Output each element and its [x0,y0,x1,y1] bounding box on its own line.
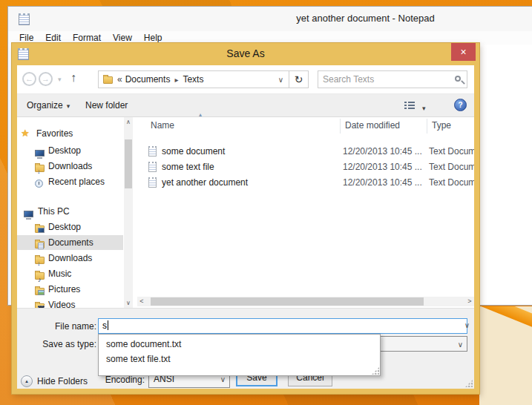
menu-format[interactable]: Format [67,33,107,43]
search-icon[interactable] [455,76,461,82]
dropdown-resize-grip[interactable] [372,367,379,375]
file-type-cell: Text Document [429,159,474,174]
scroll-up-icon[interactable]: ∧ [124,117,133,127]
dialog-resize-grip[interactable] [465,380,473,387]
help-icon: ? [458,101,462,109]
sidebar-group-label: Favorites [36,126,73,141]
sidebar-group-this-pc[interactable]: This PC [17,204,27,219]
menu-edit[interactable]: Edit [39,33,67,43]
sidebar-item-recent-places[interactable]: Recent places [17,174,25,189]
scroll-left-icon[interactable]: < [137,297,146,306]
chevron-down-icon: ▾ [63,102,70,110]
list-header: ▴ Name Date modified Type [137,117,474,135]
help-button[interactable]: ? [454,99,467,111]
breadcrumb-texts[interactable]: Texts [183,74,203,85]
file-row-some-text-file[interactable]: some text file 12/20/2013 10:45 ... Text… [137,159,474,174]
file-name-input[interactable]: s [98,318,467,334]
downloads-folder-icon [35,165,45,172]
file-name-value: s [102,320,107,331]
forward-icon: → [42,74,50,83]
list-horizontal-scrollbar[interactable]: < > [137,297,474,306]
file-name-label: File name: [21,321,96,332]
sidebar-item-downloads[interactable]: Downloads [17,251,27,266]
file-name-cell: yet another document [162,175,248,190]
refresh-button[interactable]: ↻ [289,70,309,88]
column-separator[interactable] [427,119,427,134]
notepad-titlebar: yet another document - Notepad [8,7,532,31]
folder-icon [103,76,113,84]
scroll-down-icon[interactable]: ∨ [124,298,133,308]
sidebar-item-videos[interactable]: Videos [17,297,27,308]
column-separator[interactable] [340,119,341,134]
column-header-name[interactable]: Name [151,120,174,131]
autocomplete-item-some-document[interactable]: some document.txt [99,337,380,352]
file-name-dropdown-icon[interactable]: ∨ [464,321,470,329]
navigation-bar: ← → ▾ ↑ « Documents ▸ Texts ∨ ↻ [17,65,474,93]
menu-view[interactable]: View [107,33,138,43]
history-dropdown-button[interactable]: ▾ [58,76,62,83]
file-type-cell: Text Document [429,144,474,159]
view-dropdown-button[interactable]: ▾ [418,102,426,113]
save-as-dialog: Save As × ← → ▾ ↑ « Documents ▸ Texts ∨ … [12,43,479,394]
chevron-down-icon: ▾ [418,105,426,112]
sidebar-item-label: Music [48,266,71,281]
desktop-wallpaper-corner [479,306,532,405]
file-name-cell: some document [162,144,225,159]
up-button[interactable]: ↑ [70,71,76,85]
change-view-icon[interactable] [404,101,415,109]
desktop-folder-icon [35,225,45,233]
sidebar-item-label: Desktop [48,220,81,234]
sidebar-item-desktop-fav[interactable]: Desktop [17,143,27,158]
sidebar-item-pictures[interactable]: Pictures [17,282,27,297]
column-header-type[interactable]: Type [432,120,451,131]
desktop-monitor-icon [35,150,45,157]
address-dropdown-icon[interactable]: ∨ [278,76,283,84]
documents-folder-icon [35,241,45,248]
sidebar-item-label: Documents [48,235,93,250]
navigation-sidebar: ★ Favorites Desktop Downloads Recent pla… [17,117,124,308]
file-row-yet-another-document[interactable]: yet another document 12/20/2013 10:45 ..… [137,175,474,190]
forward-button[interactable]: → [39,72,53,86]
sidebar-scrollbar[interactable]: ∧ ∨ [124,117,133,308]
text-file-icon [148,146,157,157]
file-date-cell: 12/20/2013 10:45 ... [343,144,422,159]
wallpaper-stripe [479,306,532,338]
recent-places-icon [35,180,43,188]
up-arrow-icon: ↑ [70,71,76,84]
pictures-folder-icon [35,288,45,295]
search-input[interactable] [323,73,449,86]
sidebar-item-downloads-fav[interactable]: Downloads [17,159,27,174]
scroll-right-icon[interactable]: > [465,297,474,306]
file-row-some-document[interactable]: some document 12/20/2013 10:45 ... Text … [137,144,474,159]
address-bar[interactable]: « Documents ▸ Texts ∨ [98,70,289,88]
sidebar-item-music[interactable]: Music [17,266,27,281]
breadcrumb-overflow-icon[interactable]: « [113,74,125,85]
breadcrumb-documents[interactable]: Documents [125,74,171,85]
close-icon: × [460,46,466,58]
sidebar-item-documents[interactable]: Documents [17,235,123,250]
organize-button[interactable]: Organize▾ [27,100,70,111]
file-name-cell: some text file [162,159,214,174]
command-toolbar: Organize▾ New folder ▾ ? [17,93,474,117]
menu-file[interactable]: File [13,33,39,43]
file-date-cell: 12/20/2013 10:45 ... [343,175,422,190]
back-button[interactable]: ← [22,72,36,86]
dialog-titlebar[interactable]: Save As × [12,43,479,65]
column-header-date-modified[interactable]: Date modified [345,120,400,131]
sidebar-group-label: This PC [38,204,70,219]
file-type-cell: Text Document [429,175,474,190]
autocomplete-item-some-text-file[interactable]: some text file.txt [99,352,380,366]
sidebar-item-desktop[interactable]: Desktop [17,220,27,234]
text-file-icon [148,177,157,188]
this-pc-icon [24,211,33,217]
new-folder-button[interactable]: New folder [85,100,128,111]
music-folder-icon [35,272,45,280]
back-icon: ← [25,74,33,83]
text-caret [108,320,108,330]
sidebar-scrollbar-thumb[interactable] [125,139,132,188]
encoding-label: Encoding: [70,375,145,385]
hide-folders-icon: ▲ [21,375,33,387]
horizontal-scrollbar-thumb[interactable] [151,297,424,306]
close-button[interactable]: × [451,43,476,61]
menu-help[interactable]: Help [138,33,168,43]
